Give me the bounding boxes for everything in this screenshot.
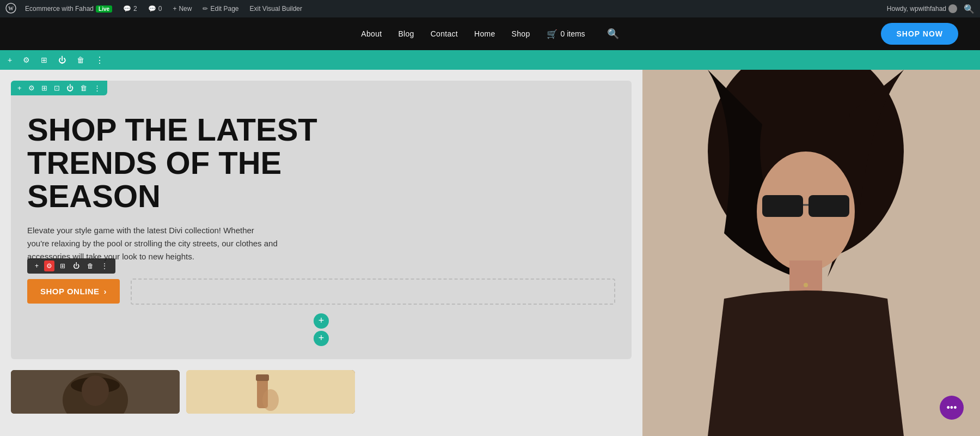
section-layout-btn[interactable]: ⊞ xyxy=(40,83,48,93)
howdy-link[interactable]: Howdy, wpwithfahad xyxy=(885,4,959,13)
comments-link[interactable]: 💬 2 xyxy=(121,5,139,13)
module-disable-btn[interactable]: ⏻ xyxy=(71,261,82,271)
admin-search-icon[interactable]: 🔍 xyxy=(964,4,975,14)
nav-shop[interactable]: Shop xyxy=(512,29,530,38)
wp-logo-icon[interactable]: W xyxy=(5,3,16,15)
svg-point-9 xyxy=(262,389,279,411)
cart-icon: 🛒 xyxy=(547,29,558,39)
exit-builder-link[interactable]: Exit Visual Builder xyxy=(248,5,305,13)
section-settings-btn[interactable]: ⚙ xyxy=(27,83,36,93)
section-toolbar: + ⚙ ⊞ ⊡ ⏻ 🗑 ⋮ xyxy=(11,81,107,95)
add-module-btn[interactable]: + xyxy=(314,313,329,329)
svg-rect-8 xyxy=(256,374,269,381)
toolbar-add-btn[interactable]: + xyxy=(5,53,14,66)
image-thumb-bottle xyxy=(186,370,355,414)
module-duplicate-btn[interactable]: ⊞ xyxy=(58,261,68,271)
cta-arrow-icon: › xyxy=(104,287,107,296)
module-delete-btn[interactable]: 🗑 xyxy=(85,261,96,271)
admin-bar-left: W Ecommerce with Fahad Live 💬 2 💬 0 + Ne… xyxy=(5,3,878,15)
site-name[interactable]: Ecommerce with Fahad Live xyxy=(23,5,114,13)
image-thumb-hat xyxy=(11,370,180,414)
nav-about[interactable]: About xyxy=(361,29,382,38)
add-row-below: + xyxy=(27,313,615,329)
plus-icon: + xyxy=(173,5,176,13)
nav-home[interactable]: Home xyxy=(474,29,495,38)
reply-icon: 💬 xyxy=(148,5,156,13)
nav-cart[interactable]: 🛒 0 items xyxy=(547,29,585,39)
toolbar-duplicate-btn[interactable]: ⊞ xyxy=(39,53,50,66)
nav-contact[interactable]: Contact xyxy=(431,29,458,38)
cart-count: 0 items xyxy=(561,29,585,38)
builder-toolbar: + ⚙ ⊞ ⏻ 🗑 ⋮ xyxy=(0,50,980,70)
hero-headline: SHOP THE LATEST TRENDS OF THE SEASON xyxy=(27,113,332,213)
left-panel: + ⚙ ⊞ ⊡ ⏻ 🗑 ⋮ SHOP THE LATEST TRENDS OF … xyxy=(0,70,642,436)
nav-bar: About Blog Contact Home Shop 🛒 0 items 🔍… xyxy=(0,17,980,50)
admin-bar-right: Howdy, wpwithfahad 🔍 xyxy=(885,4,975,14)
replies-link[interactable]: 💬 0 xyxy=(146,5,164,13)
section-add-btn[interactable]: + xyxy=(16,83,23,93)
toolbar-disable-btn[interactable]: ⏻ xyxy=(56,53,68,66)
toolbar-settings-btn[interactable]: ⚙ xyxy=(21,53,32,66)
add-section-below: + xyxy=(27,331,615,346)
ghost-module-area xyxy=(131,278,615,305)
toolbar-more-btn[interactable]: ⋮ xyxy=(93,53,106,68)
admin-bar: W Ecommerce with Fahad Live 💬 2 💬 0 + Ne… xyxy=(0,0,980,17)
right-panel: ••• xyxy=(642,70,980,436)
section-more-btn[interactable]: ⋮ xyxy=(93,83,102,93)
section-grid-btn[interactable]: ⊡ xyxy=(53,83,61,93)
nav-search-icon[interactable]: 🔍 xyxy=(607,28,619,40)
module-toolbar-wrap: + ⚙ ⊞ ⏻ 🗑 ⋮ SHOP ONLINE › xyxy=(27,279,120,304)
main-content: + ⚙ ⊞ ⊡ ⏻ 🗑 ⋮ SHOP THE LATEST TRENDS OF … xyxy=(0,70,980,436)
nav-links: About Blog Contact Home Shop 🛒 0 items 🔍 xyxy=(22,28,958,40)
floating-menu-button[interactable]: ••• xyxy=(940,396,964,420)
section-disable-btn[interactable]: ⏻ xyxy=(65,83,75,93)
dots-icon: ••• xyxy=(947,402,957,414)
svg-text:W: W xyxy=(8,5,14,11)
module-more-btn[interactable]: ⋮ xyxy=(99,261,110,271)
live-badge: Live xyxy=(96,5,112,13)
module-toolbar: + ⚙ ⊞ ⏻ 🗑 ⋮ xyxy=(27,258,115,274)
cta-row: + ⚙ ⊞ ⏻ 🗑 ⋮ SHOP ONLINE › xyxy=(27,278,615,305)
comment-icon: 💬 xyxy=(123,5,131,13)
hero-subtext: Elevate your style game with the latest … xyxy=(27,224,278,263)
shop-online-button[interactable]: SHOP ONLINE › xyxy=(27,279,120,304)
shop-now-button[interactable]: SHOP NOW xyxy=(881,23,958,45)
hero-section: + ⚙ ⊞ ⊡ ⏻ 🗑 ⋮ SHOP THE LATEST TRENDS OF … xyxy=(11,81,632,359)
edit-page-link[interactable]: ✏ Edit Page xyxy=(200,5,241,13)
add-section-btn[interactable]: + xyxy=(314,331,329,346)
nav-blog[interactable]: Blog xyxy=(398,29,414,38)
svg-point-17 xyxy=(804,283,808,287)
toolbar-delete-btn[interactable]: 🗑 xyxy=(75,53,87,66)
avatar xyxy=(948,4,957,13)
image-row xyxy=(11,370,632,414)
section-delete-btn[interactable]: 🗑 xyxy=(79,83,88,93)
module-settings-btn[interactable]: ⚙ xyxy=(44,261,54,271)
pencil-icon: ✏ xyxy=(203,5,208,13)
svg-rect-14 xyxy=(808,195,849,217)
module-add-btn[interactable]: + xyxy=(33,261,41,271)
hero-photo xyxy=(642,70,980,436)
svg-point-5 xyxy=(82,376,109,406)
svg-rect-13 xyxy=(762,195,803,217)
new-link[interactable]: + New xyxy=(170,5,194,13)
